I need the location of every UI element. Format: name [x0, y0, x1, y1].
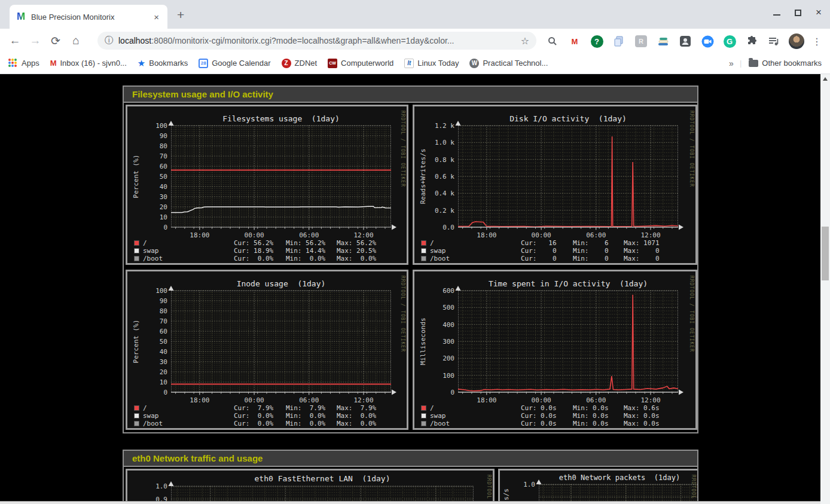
legend-text: Min: 0.0s [573, 420, 624, 427]
y-tick-label: 80 [138, 142, 167, 150]
bookmark-linux-today[interactable]: lt Linux Today [404, 59, 459, 68]
page-content: Filesystem usage and I/O activity Filesy… [0, 74, 830, 504]
legend-text: Max: 56.2% [337, 239, 392, 247]
browser-menu-icon[interactable]: ⋮ [812, 36, 822, 47]
window-controls: × [773, 8, 822, 17]
legend-text: / [430, 404, 521, 412]
plot-area [171, 126, 391, 227]
profile-avatar[interactable] [789, 33, 804, 49]
minimize-button[interactable] [773, 8, 780, 16]
y-tick-label: 40 [138, 183, 167, 191]
x-tick-label: 06:00 [295, 396, 323, 404]
legend-text: Cur: 0 [521, 247, 573, 255]
legend-text: Max: 0.0% [337, 255, 392, 262]
x-tick-label: 00:00 [527, 396, 555, 404]
address-bar[interactable]: ⓘ localhost:8080/monitorix-cgi/monitorix… [97, 32, 536, 50]
legend-swatch [134, 421, 139, 426]
legend-text: Max: 0.0% [337, 420, 392, 427]
legend-text: / [143, 404, 234, 412]
tab-monitorix[interactable]: M Blue Precision Monitorix × [10, 5, 167, 29]
bookmarks-overflow-chevron[interactable]: » [729, 59, 734, 68]
legend-text: Min: 7.9% [286, 404, 337, 412]
legend-row: /bootCur: 0.0%Min: 0.0%Max: 0.0% [134, 255, 404, 262]
plot-area [539, 484, 697, 503]
close-window-button[interactable]: × [816, 8, 822, 17]
legend-text: Max: 1071 [624, 239, 679, 247]
books-icon[interactable] [656, 34, 670, 48]
bookmark-star-icon[interactable]: ☆ [521, 35, 529, 47]
gmail-icon[interactable]: M [567, 34, 582, 48]
r-extension-icon[interactable]: R [634, 34, 648, 48]
chart-title: eth0 Network packets (1day) [539, 474, 697, 482]
copy-pages-icon[interactable] [612, 34, 626, 48]
tab-title: Blue Precision Monitorix [31, 13, 151, 22]
extension-icons: M ? R G ⋮ [545, 33, 822, 49]
x-tick-label: 18:00 [186, 396, 213, 404]
bookmark-computerworld[interactable]: CW Computerworld [328, 59, 393, 68]
chart-title: Inode usage (1day) [171, 279, 391, 288]
legend-text: Min: 0.0% [286, 412, 337, 420]
legend-text: Max: 0.0% [337, 412, 392, 420]
scrollbar-thumb[interactable] [822, 227, 829, 280]
scroll-up-arrow-icon[interactable] [823, 77, 828, 81]
y-tick-label: 0.4 k [425, 190, 454, 197]
playlist-music-icon[interactable] [767, 34, 781, 48]
legend-text: swap [143, 247, 234, 255]
x-tick-label: 06:00 [582, 231, 610, 239]
x-tick-label: 12:00 [350, 231, 377, 239]
reload-button[interactable]: ⟳ [45, 34, 66, 48]
forward-button[interactable]: → [25, 34, 45, 47]
bookmark-apps[interactable]: Apps [8, 59, 39, 68]
legend-row: swapCur: 18.9%Min: 14.4%Max: 20.5% [134, 247, 404, 255]
chart-legend: /Cur: 16Min: 6Max: 1071swapCur: 0Min: 0M… [421, 239, 693, 262]
session-person-icon[interactable] [678, 34, 692, 48]
chart-legend: /Cur: 7.9%Min: 7.9%Max: 7.9%swapCur: 0.0… [134, 404, 404, 427]
back-button[interactable]: ← [5, 34, 25, 47]
chart-legend: /Cur: 56.2%Min: 56.2%Max: 56.2%swapCur: … [134, 239, 404, 262]
hangouts-help-icon[interactable]: ? [590, 34, 604, 48]
legend-text: swap [143, 412, 234, 420]
y-tick-label: 30 [138, 358, 167, 366]
vertical-scrollbar[interactable] [820, 74, 830, 504]
x-tick-label: 06:00 [582, 396, 610, 404]
url-text[interactable]: localhost:8080/monitorix-cgi/monitorix.c… [118, 36, 521, 45]
legend-swatch [421, 248, 426, 253]
bookmark-practical-technology[interactable]: W Practical Technol... [469, 59, 548, 68]
section-title: eth0 Network traffic and usage [124, 451, 697, 467]
y-tick-label: 1.2 k [425, 122, 454, 130]
chart-title: Filesystems usage (1day) [171, 114, 391, 123]
legend-text: Min: 56.2% [286, 239, 337, 247]
page-info-icon[interactable]: ⓘ [105, 35, 113, 46]
legend-text: Min: 14.4% [286, 247, 337, 255]
chart-legend: /Cur: 0.0sMin: 0.0sMax: 0.6sswapCur: 0.0… [421, 404, 693, 427]
grammarly-icon[interactable]: G [722, 34, 737, 48]
y-axis-label: Percent (%) [132, 320, 140, 364]
legend-text: Min: 0 [573, 255, 624, 262]
legend-text: Cur: 0 [521, 255, 573, 262]
legend-text: /boot [143, 255, 234, 262]
home-button[interactable]: ⌂ [66, 34, 86, 47]
legend-text: /boot [143, 420, 234, 427]
legend-text: Min: 0.0s [573, 404, 624, 412]
plot-area [171, 291, 391, 392]
y-tick-label: 1.0 [138, 482, 167, 490]
search-icon[interactable] [545, 34, 560, 48]
y-tick-label: 10 [138, 213, 167, 221]
legend-text: Min: 0 [573, 247, 624, 255]
bookmark-zdnet[interactable]: Z ZDNet [282, 59, 318, 68]
extensions-puzzle-icon[interactable] [744, 34, 759, 48]
folder-icon [749, 60, 758, 67]
bookmark-bookmarks[interactable]: ★ Bookmarks [138, 58, 188, 69]
other-bookmarks-folder[interactable]: Other bookmarks [749, 59, 822, 68]
y-tick-label: 80 [138, 307, 167, 315]
legend-text: Min: 0.0% [286, 255, 337, 262]
tab-close-icon[interactable]: × [151, 12, 161, 22]
legend-text: Max: 20.5% [337, 247, 392, 255]
legend-row: swapCur: 0.0%Min: 0.0%Max: 0.0% [134, 412, 404, 420]
zoom-icon[interactable] [700, 34, 715, 48]
legend-text: Cur: 56.2% [234, 239, 286, 247]
bookmark-google-calendar[interactable]: 28 Google Calendar [199, 59, 270, 68]
maximize-button[interactable] [795, 10, 801, 16]
new-tab-button[interactable]: + [177, 8, 184, 21]
bookmark-inbox[interactable]: M Inbox (16) - sjvn0... [50, 59, 127, 68]
